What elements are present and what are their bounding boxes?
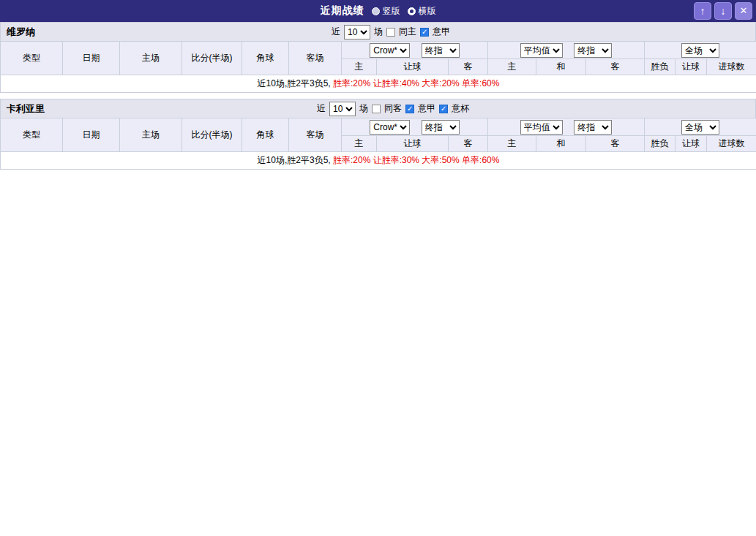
cagliari-team-title: 卡利亚里 [7, 102, 45, 116]
serie-a-label: 意甲 [418, 102, 435, 115]
col-avg-away: 客 [586, 59, 645, 75]
close-button[interactable]: ✕ [735, 2, 752, 20]
coppa-italia-label: 意杯 [452, 102, 469, 115]
col-avg-home: 主 [488, 136, 536, 152]
full-match-dropdown: 全场 [645, 42, 756, 59]
radio-horizontal-label: 横版 [419, 5, 436, 18]
odds-source-select[interactable]: Crow* [370, 43, 410, 58]
unit-label: 场 [374, 26, 383, 38]
col-home: 主场 [120, 42, 182, 75]
col-wdl: 胜负 [645, 59, 675, 75]
full-match-select[interactable]: 全场 [681, 120, 719, 135]
col-goals: 进球数 [707, 59, 756, 75]
same-away-checkbox[interactable] [372, 105, 381, 113]
col-away: 客场 [289, 42, 342, 75]
col-handicap-line: 让球 [377, 136, 449, 152]
col-date: 日期 [63, 118, 120, 152]
serie-a-label: 意甲 [433, 26, 450, 38]
verona-section-bar: 维罗纳 近 10 场 同主 意甲 [0, 22, 756, 41]
handicap-dropdowns: Crow* 终指 [342, 42, 488, 59]
average-dropdowns: 平均值 终指 [488, 42, 645, 59]
up-arrow-icon: ↑ [700, 5, 706, 17]
verona-summary-rates: 胜率:20% 让胜率:40% 大率:20% 单率:60% [333, 78, 499, 88]
col-away: 客场 [289, 118, 342, 152]
same-away-label: 同客 [384, 102, 402, 115]
final-index-select-2[interactable]: 终指 [574, 120, 612, 135]
col-type: 类型 [1, 42, 63, 75]
col-handicap-home: 主 [342, 59, 377, 75]
page-title: 近期战绩 [321, 4, 364, 18]
handicap-dropdowns: Crow* 终指 [342, 118, 488, 136]
verona-summary-row: 近10场,胜2平3负5, 胜率:20% 让胜率:40% 大率:20% 单率:60… [1, 75, 756, 93]
col-goals: 进球数 [707, 136, 756, 152]
scroll-down-button[interactable]: ↓ [714, 2, 732, 20]
radio-unselected-icon [372, 7, 380, 15]
col-handicap-result: 让球 [675, 59, 707, 75]
match-count-select[interactable]: 10 [329, 102, 356, 116]
near-label: 近 [317, 102, 326, 115]
col-corners: 角球 [242, 118, 289, 152]
layout-radio-horizontal[interactable]: 横版 [408, 5, 436, 18]
col-type: 类型 [1, 118, 63, 152]
final-index-select[interactable]: 终指 [422, 43, 460, 58]
unit-label: 场 [359, 102, 368, 115]
col-corners: 角球 [242, 42, 289, 75]
average-dropdowns: 平均值 终指 [488, 118, 645, 136]
cagliari-results-table: 类型 日期 主场 比分(半场) 角球 客场 Crow* 终指 平均值 终指 全场… [0, 118, 756, 170]
col-avg-draw: 和 [536, 59, 586, 75]
col-score: 比分(半场) [182, 42, 242, 75]
section-gap [0, 93, 756, 99]
full-match-select[interactable]: 全场 [681, 43, 719, 58]
match-count-select[interactable]: 10 [344, 25, 370, 39]
col-avg-draw: 和 [536, 136, 586, 152]
full-match-dropdown: 全场 [645, 118, 756, 136]
verona-summary-text: 近10场,胜2平3负5, [258, 78, 333, 88]
down-arrow-icon: ↓ [721, 5, 726, 17]
col-handicap-line: 让球 [377, 59, 449, 75]
col-score: 比分(半场) [182, 118, 242, 152]
final-index-select-2[interactable]: 终指 [574, 43, 612, 58]
radio-selected-icon [408, 7, 416, 15]
radio-vertical-label: 竖版 [383, 5, 400, 18]
col-date: 日期 [63, 42, 120, 75]
col-avg-away: 客 [586, 136, 645, 152]
topbar: 近期战绩 竖版 横版 ↑ ↓ ✕ [0, 0, 756, 22]
verona-results-table: 类型 日期 主场 比分(半场) 角球 客场 Crow* 终指 平均值 终指 全场… [0, 41, 756, 93]
col-handicap-away: 客 [449, 59, 488, 75]
average-select[interactable]: 平均值 [520, 120, 563, 135]
cagliari-section-bar: 卡利亚里 近 10 场 同客 意甲 意杯 [0, 99, 756, 118]
layout-radio-vertical[interactable]: 竖版 [372, 5, 400, 18]
serie-a-checkbox[interactable] [405, 105, 414, 113]
col-handicap-home: 主 [342, 136, 377, 152]
col-wdl: 胜负 [645, 136, 675, 152]
coppa-italia-checkbox[interactable] [439, 105, 448, 113]
odds-source-select[interactable]: Crow* [370, 120, 410, 135]
cagliari-summary-row: 近10场,胜2平3负5, 胜率:20% 让胜率:30% 大率:50% 单率:60… [1, 152, 756, 170]
average-select[interactable]: 平均值 [520, 43, 563, 58]
same-home-label: 同主 [399, 26, 416, 38]
col-handicap-away: 客 [449, 136, 488, 152]
final-index-select[interactable]: 终指 [422, 120, 460, 135]
cagliari-summary-rates: 胜率:20% 让胜率:30% 大率:50% 单率:60% [333, 155, 499, 165]
scroll-up-button[interactable]: ↑ [694, 2, 711, 20]
serie-a-checkbox[interactable] [420, 28, 429, 37]
col-avg-home: 主 [488, 59, 536, 75]
col-handicap-result: 让球 [675, 136, 707, 152]
near-label: 近 [332, 26, 340, 38]
close-icon: ✕ [740, 5, 748, 16]
cagliari-summary-text: 近10场,胜2平3负5, [258, 155, 333, 165]
verona-team-title: 维罗纳 [7, 26, 35, 39]
col-home: 主场 [120, 118, 182, 152]
same-home-checkbox[interactable] [386, 28, 395, 37]
